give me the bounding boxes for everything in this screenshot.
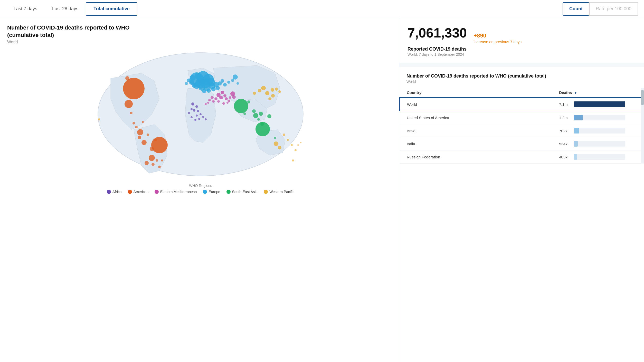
svg-point-91	[274, 137, 276, 139]
bar-track-brazil	[574, 128, 625, 134]
bar-track-india	[574, 141, 625, 147]
svg-point-33	[195, 73, 201, 79]
svg-point-46	[187, 79, 190, 82]
svg-point-103	[292, 159, 294, 161]
svg-point-52	[219, 96, 223, 99]
svg-point-49	[236, 82, 239, 85]
svg-point-45	[227, 81, 230, 84]
svg-point-10	[138, 136, 141, 139]
svg-point-36	[192, 83, 196, 88]
row-deaths-world: 7.1m	[552, 98, 644, 111]
header: Last 7 days Last 28 days Total cumulativ…	[0, 0, 644, 18]
svg-point-100	[268, 97, 271, 100]
legend-dot-americas	[128, 190, 132, 194]
row-country-world: World	[400, 98, 552, 111]
svg-point-65	[226, 102, 229, 104]
view-rate-button[interactable]: Rate per 100 000	[589, 2, 638, 16]
svg-point-9	[125, 76, 129, 80]
svg-point-108	[297, 144, 299, 146]
svg-point-68	[191, 102, 194, 106]
svg-point-63	[217, 100, 220, 103]
bar-fill-russia	[574, 154, 577, 160]
svg-point-78	[202, 116, 204, 118]
bar-value-india: 534k	[559, 142, 571, 146]
legend-dot-eastern-med	[155, 190, 159, 194]
map-container	[7, 47, 394, 181]
svg-point-95	[278, 90, 281, 93]
table-row: World 7.1m	[400, 98, 644, 111]
svg-point-41	[233, 74, 238, 80]
row-deaths-india: 534k	[552, 137, 644, 150]
table-row: India 534k	[400, 137, 644, 150]
deaths-table: Country Deaths ▼ World 7.1	[399, 88, 644, 164]
svg-point-8	[150, 147, 154, 151]
row-deaths-usa: 1.2m	[552, 111, 644, 124]
col-country: Country	[400, 88, 552, 98]
main-content: Number of COVID-19 deaths reported to WH…	[0, 18, 644, 362]
svg-point-51	[221, 91, 224, 94]
svg-point-2	[125, 100, 133, 108]
svg-point-12	[135, 126, 138, 128]
svg-point-40	[202, 89, 206, 93]
svg-point-18	[156, 159, 158, 162]
svg-point-75	[198, 118, 200, 120]
map-legend: WHO Regions Africa Americas Eastern Medi…	[7, 184, 394, 198]
svg-point-54	[225, 97, 228, 100]
table-scroll-area: Country Deaths ▼ World 7.1	[399, 88, 644, 164]
view-count-button[interactable]: Count	[563, 2, 589, 16]
legend-label-americas: Americas	[134, 190, 148, 194]
svg-point-66	[207, 102, 209, 104]
svg-point-21	[98, 118, 100, 120]
svg-point-43	[221, 79, 224, 83]
change-value: +890	[473, 32, 486, 39]
svg-point-19	[158, 166, 161, 168]
table-row: Brazil 702k	[400, 124, 644, 137]
legend-item-americas: Americas	[128, 190, 148, 194]
svg-point-80	[188, 112, 190, 114]
sort-icon: ▼	[574, 91, 577, 95]
svg-point-96	[261, 86, 266, 90]
row-country-usa: United States of America	[400, 111, 552, 124]
left-panel: Number of COVID-19 deaths reported to WH…	[0, 18, 399, 362]
svg-point-98	[253, 92, 256, 95]
legend-item-western-pacific: Western Pacific	[264, 190, 294, 194]
legend-label-eastern-med: Eastern Mediterranean	[160, 190, 197, 194]
svg-point-87	[252, 109, 256, 113]
svg-point-77	[191, 116, 193, 118]
legend-label-europe: Europe	[209, 190, 220, 194]
col-deaths[interactable]: Deaths ▼	[552, 88, 644, 98]
row-country-india: India	[400, 137, 552, 150]
tab-last-7-days[interactable]: Last 7 days	[6, 2, 45, 16]
svg-point-104	[283, 134, 285, 136]
svg-point-86	[260, 122, 264, 126]
svg-point-76	[194, 119, 196, 121]
svg-point-101	[274, 141, 278, 146]
legend-item-africa: Africa	[107, 190, 122, 194]
tab-total-cumulative[interactable]: Total cumulative	[86, 2, 137, 16]
bar-track-russia	[574, 154, 625, 160]
svg-point-55	[214, 97, 217, 100]
svg-point-38	[216, 86, 220, 90]
svg-point-64	[222, 102, 225, 105]
svg-point-94	[275, 88, 278, 91]
svg-point-71	[197, 110, 199, 112]
svg-point-47	[185, 82, 188, 85]
svg-point-5	[141, 140, 147, 145]
svg-point-20	[161, 159, 163, 161]
scrollbar-thumb[interactable]	[641, 90, 644, 105]
legend-item-se-asia: South-East Asia	[226, 190, 258, 194]
svg-point-59	[232, 95, 236, 99]
svg-point-70	[193, 109, 195, 112]
tab-last-28-days[interactable]: Last 28 days	[45, 2, 86, 16]
legend-dot-europe	[203, 190, 207, 194]
svg-point-39	[207, 89, 211, 93]
svg-point-53	[223, 94, 226, 97]
right-panel: 7,061,330 +890 increase on previous 7 da…	[399, 18, 644, 362]
scrollbar-track[interactable]	[641, 88, 644, 164]
chart-subtitle: World	[7, 40, 394, 44]
legend-label-se-asia: South-East Asia	[232, 190, 258, 194]
table-row: United States of America 1.2m	[400, 111, 644, 124]
legend-items: Africa Americas Eastern Mediterranean Eu…	[7, 190, 394, 194]
view-toggle: Count Rate per 100 000	[563, 2, 638, 16]
stat-period: World, 7 days to 1 September 2024	[408, 52, 636, 56]
